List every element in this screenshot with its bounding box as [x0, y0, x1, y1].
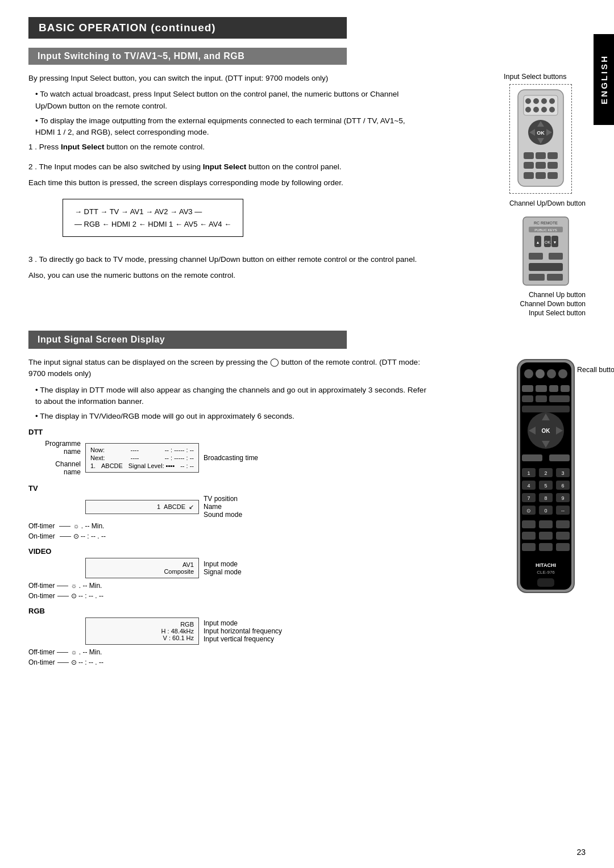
step1-text: 1 . Press Input Select button on the rem… [28, 143, 205, 151]
step2-line1: 2 . The Input modes can be also switched… [28, 161, 426, 173]
rgb-screen: RGB H : 48.4kHz V : 60.1 Hz [85, 617, 199, 645]
svg-rect-89 [522, 532, 536, 540]
svg-rect-92 [522, 543, 536, 551]
video-input-mode-label: Input mode [204, 560, 242, 568]
svg-rect-22 [524, 172, 534, 179]
section2-remote-area: OK 1 2 [438, 357, 586, 597]
tv-off-timer: Off-timer ☼ . -- Min. [28, 522, 426, 530]
dtt-time2: -- : -- [180, 462, 194, 469]
rgb-v-freq-label: Input vertical frequency [204, 635, 282, 643]
language-label: ENGLISH [599, 55, 609, 105]
dtt-now-label: Now: [90, 446, 105, 453]
dtt-broadcasting-time: Broadcasting time [204, 454, 258, 462]
svg-text:4: 4 [527, 483, 530, 489]
svg-text:⊙: ⊙ [526, 508, 531, 514]
svg-rect-60 [522, 454, 542, 461]
section2-header: Input Signal Screen Display [28, 331, 347, 349]
dtt-next-row: Next: ---- -- : ----- : -- [90, 454, 194, 461]
svg-rect-52 [549, 395, 570, 402]
svg-point-4 [541, 98, 547, 104]
svg-point-3 [533, 98, 539, 104]
section2-right: OK 1 2 [438, 357, 586, 673]
mode-row2: — RGB ← HDMI 2 ← HDMI 1 ← AV5 ← AV4 ← [74, 219, 231, 230]
svg-point-43 [536, 369, 545, 378]
video-signal-mode-label: Signal mode [204, 568, 242, 576]
mode-row2-text: — RGB ← HDMI 2 ← HDMI 1 ← AV5 ← AV4 ← [74, 219, 231, 230]
step1: 1 . Press Input Select button on the rem… [28, 141, 426, 153]
dtt-now-name: ---- [131, 446, 139, 453]
dtt-ch-num: 1. [90, 462, 96, 469]
dtt-channel-row: 1. ABCDE Signal Level: ▪▪▪▪ -- : -- [90, 462, 194, 469]
svg-text:CLE-976: CLE-976 [537, 570, 555, 575]
tv-diagram: 1 ABCDE ↙ TV position Name Sound mode [28, 495, 426, 519]
rgb-h-freq-label: Input horizontal frequency [204, 627, 282, 635]
english-sidebar: ENGLISH [594, 34, 614, 125]
mode-cycle-diagram: → DTT → TV → AV1 → AV2 → AV3 — — RGB ← H… [63, 199, 243, 237]
video-off-timer: Off-timer ☼ . -- Min. [28, 582, 426, 590]
svg-rect-53 [522, 406, 570, 412]
svg-rect-91 [556, 532, 570, 540]
rgb-h-freq-val: H : 48.4kHz [90, 628, 194, 635]
step3-line2: Also, you can use the numeric buttons on… [28, 270, 426, 281]
rgb-diagram: RGB H : 48.4kHz V : 60.1 Hz Input mode I… [28, 617, 426, 645]
svg-text:7: 7 [527, 495, 530, 501]
svg-point-45 [558, 369, 567, 378]
svg-rect-61 [549, 454, 570, 461]
on-timer-label3: On-timer [28, 658, 55, 666]
on-timer-icon3: ⊙ -- : -- . -- [71, 658, 103, 666]
svg-rect-24 [547, 172, 558, 179]
svg-rect-93 [539, 543, 553, 551]
dtt-ch-name: ABCDE [101, 462, 123, 469]
on-timer-label2: On-timer [28, 592, 55, 600]
dtt-right-labels: Broadcasting time [199, 454, 258, 462]
svg-text:5: 5 [544, 483, 547, 489]
channel-down-label: Channel Down button [520, 300, 586, 308]
rgb-v-freq-val: V : 60.1 Hz [90, 635, 194, 641]
svg-text:PUBLIC KEYS: PUBLIC KEYS [534, 228, 557, 232]
video-timer-labels: Off-timer ☼ . -- Min. On-timer ⊙ -- : --… [28, 582, 426, 600]
svg-rect-35 [529, 253, 543, 260]
line3 [57, 586, 68, 586]
recall-label-text: Recall button [577, 366, 614, 374]
svg-text:--: -- [561, 508, 565, 514]
svg-point-5 [549, 98, 555, 104]
page: ENGLISH BASIC OPERATION (continued) Inpu… [0, 0, 614, 868]
tv-on-timer: On-timer ⊙ -- : -- . -- [28, 532, 426, 540]
main-header: BASIC OPERATION (continued) [28, 17, 347, 39]
svg-text:8: 8 [544, 495, 547, 501]
on-timer-icon2: ⊙ -- : -- . -- [71, 592, 103, 600]
tv-position-val: 1 [157, 503, 160, 510]
dtt-left-labels: Programmename Channelname [28, 440, 85, 476]
dtt-channel-name: Channelname [28, 460, 81, 476]
video-screen-content: AV1 Composite [90, 561, 194, 575]
rgb-screen-content: RGB H : 48.4kHz V : 60.1 Hz [90, 621, 194, 641]
svg-point-2 [525, 98, 531, 104]
input-select-btn-label: Input Select button [520, 309, 586, 317]
section2-intro: The input signal status can be displayed… [28, 357, 426, 380]
svg-rect-48 [549, 385, 558, 392]
dtt-now-time: -- : ----- : -- [165, 446, 194, 453]
svg-rect-90 [539, 532, 553, 540]
recall-button-label: Recall button [577, 366, 614, 374]
dtt-next-label: Next: [90, 454, 105, 461]
tv-screen: 1 ABCDE ↙ [85, 500, 199, 514]
svg-point-6 [525, 107, 531, 112]
svg-text:0: 0 [544, 508, 547, 514]
section1-bullet2: To display the image outputting from the… [28, 115, 426, 139]
svg-rect-16 [524, 152, 534, 159]
video-right-labels: Input mode Signal mode [199, 560, 242, 576]
svg-rect-37 [529, 263, 563, 271]
svg-text:▼: ▼ [553, 240, 557, 244]
dtt-diagram: Programmename Channelname Now: ---- -- :… [28, 440, 426, 476]
dtt-programme-name: Programmename [28, 440, 81, 456]
svg-rect-19 [524, 162, 534, 169]
dtt-screen: Now: ---- -- : ----- : -- Next: ---- -- … [85, 443, 199, 473]
svg-point-8 [541, 107, 547, 112]
video-screen: AV1 Composite [85, 558, 199, 578]
rgb-input-mode-label: Input mode [204, 619, 282, 627]
rgb-on-timer: On-timer ⊙ -- : -- . -- [28, 658, 426, 666]
svg-text:6: 6 [561, 483, 564, 489]
off-timer-label3: Off-timer [28, 648, 55, 656]
svg-rect-17 [536, 152, 546, 159]
input-select-buttons-label: Input Select buttons [438, 73, 586, 81]
